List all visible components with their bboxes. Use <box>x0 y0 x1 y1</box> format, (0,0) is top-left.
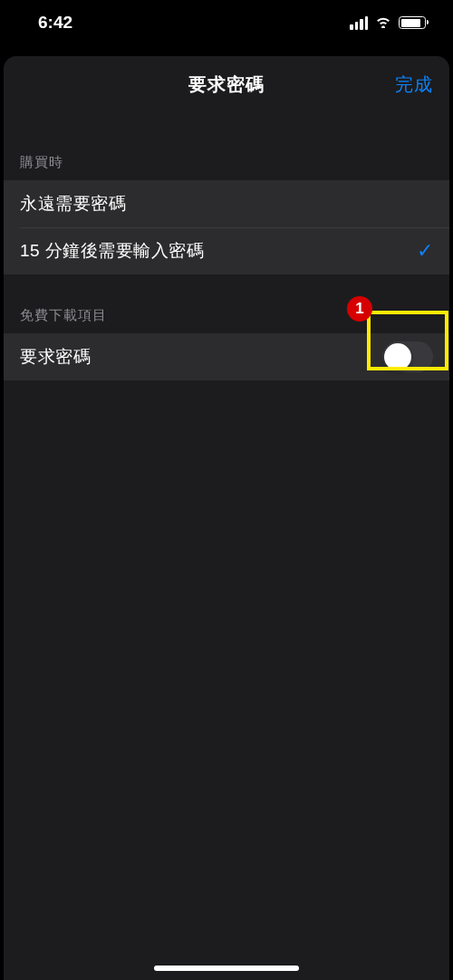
nav-bar: 要求密碼 完成 <box>4 56 449 112</box>
home-indicator[interactable] <box>154 966 299 971</box>
option-label: 永遠需要密碼 <box>20 192 126 216</box>
checkmark-icon: ✓ <box>417 239 433 263</box>
status-bar: 6:42 <box>0 0 453 45</box>
status-icons <box>350 14 426 32</box>
status-time: 6:42 <box>38 13 72 33</box>
settings-modal: 要求密碼 完成 購買時 永遠需要密碼 15 分鐘後需要輸入密碼 ✓ 免費下載項目… <box>4 56 449 980</box>
option-require-after-15min[interactable]: 15 分鐘後需要輸入密碼 ✓ <box>4 227 449 274</box>
option-label: 15 分鐘後需要輸入密碼 <box>20 239 204 263</box>
option-always-require[interactable]: 永遠需要密碼 <box>4 180 449 227</box>
page-title: 要求密碼 <box>188 72 265 97</box>
done-button[interactable]: 完成 <box>395 72 433 97</box>
section-header-purchases: 購買時 <box>4 112 449 180</box>
wifi-icon <box>374 14 392 32</box>
require-password-toggle[interactable] <box>382 341 433 372</box>
cellular-signal-icon <box>350 16 368 30</box>
battery-icon <box>399 16 426 29</box>
section-header-free-downloads: 免費下載項目 <box>4 274 449 333</box>
row-require-password-toggle: 要求密碼 <box>4 333 449 380</box>
toggle-knob <box>384 343 411 370</box>
toggle-label: 要求密碼 <box>20 345 91 369</box>
